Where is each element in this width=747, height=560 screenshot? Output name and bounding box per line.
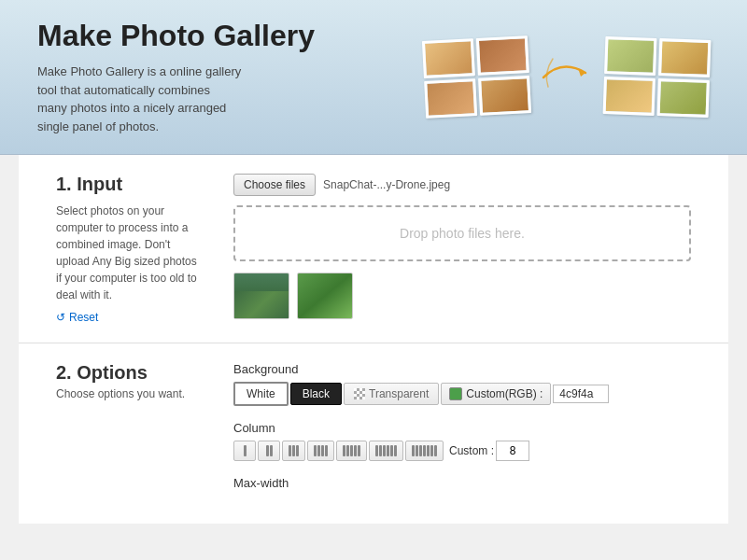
col-dot [375,445,378,456]
col-dot [296,445,299,456]
col-dot [412,445,415,456]
thumbnail-2 [297,273,353,319]
section-right-input: Choose files SnapChat-...y-Drone.jpeg Dr… [233,174,691,319]
col-dot [314,445,317,456]
thumbnail-1 [233,273,289,319]
input-section: 1. Input Select photos on your computer … [19,155,728,343]
options-section-desc: Choose options you want. [56,387,205,400]
col-dot [266,445,269,456]
custom-color-input[interactable] [553,385,609,403]
choose-files-button[interactable]: Choose files [233,174,316,196]
column-7-button[interactable] [405,441,444,461]
background-white-button[interactable]: White [233,382,289,406]
checker-icon [354,388,365,399]
header-image [424,38,710,116]
options-section-title: 2. Options [56,362,205,384]
input-section-desc: Select photos on your computer to proces… [56,203,205,303]
col-dot [419,445,422,456]
col-dot [321,445,324,456]
column-4-button[interactable] [307,441,334,461]
col-dot [292,445,295,456]
column-3-button[interactable] [282,441,305,461]
background-option-group: Background White Black Transparent Custo… [233,362,691,406]
col-dot [379,445,382,456]
col-dot [358,445,360,456]
header-text: Make Photo Gallery Make Photo Gallery is… [37,19,315,135]
reset-link[interactable]: Reset [69,311,98,324]
background-buttons: White Black Transparent Custom(RGB) : [233,382,691,406]
col-dot [387,445,389,456]
column-buttons: Custom : [233,441,691,461]
svg-marker-0 [578,68,585,77]
col-dot [354,445,357,456]
options-section: 2. Options Choose options you want. Back… [19,343,728,524]
max-width-label: Max-width [233,476,691,490]
col-dot [244,445,247,456]
col-dot [346,445,349,456]
background-label: Background [233,362,691,376]
column-option-group: Column [233,421,691,461]
col-dot [325,445,328,456]
reset-icon: ↺ [56,311,65,324]
main-content: 1. Input Select photos on your computer … [19,155,728,524]
drop-zone-text: Drop photo files here. [400,226,525,241]
input-section-title: 1. Input [56,174,205,195]
col-dot [423,445,426,456]
app-description: Make Photo Gallery is a online gallery t… [37,63,243,135]
col-dot [343,445,345,456]
file-input-row: Choose files SnapChat-...y-Drone.jpeg [233,174,691,196]
app-title: Make Photo Gallery [37,19,315,53]
section-left-input: 1. Input Select photos on your computer … [56,174,205,324]
column-custom-input[interactable] [496,441,529,461]
arrow-icon [539,54,595,101]
custom-rgb-label: Custom(RGB) : [466,387,543,400]
col-dot [434,445,437,456]
column-6-button[interactable] [369,441,403,461]
col-dot [317,445,320,456]
col-dot [427,445,430,456]
col-dot [270,445,273,456]
col-dot [390,445,393,456]
thumbnails-row [233,273,691,319]
transparent-label: Transparent [369,387,429,400]
options-right: Background White Black Transparent Custo… [233,362,691,505]
max-width-option-group: Max-width [233,476,691,490]
col-dot [350,445,353,456]
background-transparent-button[interactable]: Transparent [344,383,439,405]
col-dot [416,445,418,456]
background-custom-button[interactable]: Custom(RGB) : [441,383,551,405]
column-2-button[interactable] [258,441,280,461]
file-name-display: SnapChat-...y-Drone.jpeg [323,178,450,191]
drop-zone[interactable]: Drop photo files here. [233,205,691,261]
column-1-button[interactable] [233,441,256,461]
background-black-button[interactable]: Black [290,383,342,405]
options-left: 2. Options Choose options you want. [56,362,205,505]
thumbnail-green-img [298,273,352,318]
header-banner: Make Photo Gallery Make Photo Gallery is… [0,0,747,155]
col-dot [289,445,291,456]
custom-color-swatch [449,387,462,400]
thumbnail-mountains-img [234,273,289,318]
col-dot [394,445,397,456]
column-5-button[interactable] [336,441,367,461]
col-dot [383,445,386,456]
col-dot [430,445,433,456]
column-label: Column [233,421,691,435]
options-layout: 2. Options Choose options you want. Back… [56,362,691,505]
column-custom-label: Custom : [449,444,494,457]
